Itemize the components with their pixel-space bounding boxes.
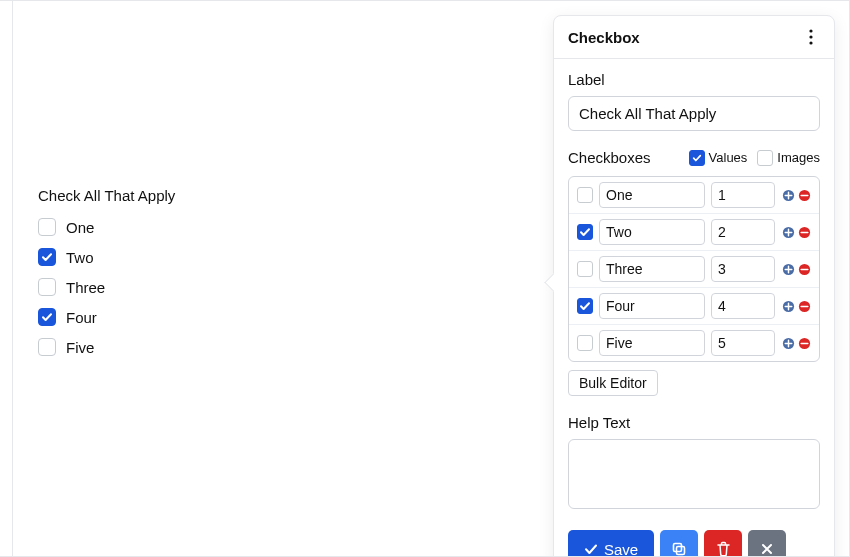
preview-option-label: Two <box>66 249 94 266</box>
minus-circle-icon[interactable] <box>797 299 811 313</box>
minus-circle-icon[interactable] <box>797 188 811 202</box>
label-field-label: Label <box>568 71 820 88</box>
preview-option-label: Five <box>66 339 94 356</box>
row-label-input[interactable] <box>599 219 705 245</box>
svg-rect-13 <box>677 547 685 555</box>
row-label-input[interactable] <box>599 182 705 208</box>
preview-option[interactable]: Five <box>38 338 175 356</box>
check-icon <box>584 542 598 556</box>
preview-option[interactable]: One <box>38 218 175 236</box>
row-default-checkbox[interactable] <box>577 187 593 203</box>
minus-circle-icon[interactable] <box>797 262 811 276</box>
checkbox-row <box>569 177 819 213</box>
row-default-checkbox[interactable] <box>577 261 593 277</box>
duplicate-button[interactable] <box>660 530 698 557</box>
values-checkbox-box <box>689 150 705 166</box>
row-default-checkbox[interactable] <box>577 298 593 314</box>
minus-circle-icon[interactable] <box>797 225 811 239</box>
checkbox-row <box>569 287 819 324</box>
close-button[interactable] <box>748 530 786 557</box>
row-label-input[interactable] <box>599 330 705 356</box>
help-text-input[interactable] <box>568 439 820 509</box>
row-value-input[interactable] <box>711 182 775 208</box>
row-value-input[interactable] <box>711 293 775 319</box>
save-button[interactable]: Save <box>568 530 654 557</box>
svg-point-0 <box>809 29 812 32</box>
checkbox-rows <box>568 176 820 362</box>
copy-icon <box>671 541 687 557</box>
preview-option-checkbox[interactable] <box>38 218 56 236</box>
images-checkbox-box <box>757 150 773 166</box>
kebab-icon[interactable] <box>802 28 820 46</box>
save-button-label: Save <box>604 541 638 558</box>
svg-rect-14 <box>674 544 682 552</box>
preview-options: OneTwoThreeFourFive <box>38 218 175 356</box>
preview-option-label: Three <box>66 279 105 296</box>
preview-option-checkbox[interactable] <box>38 248 56 266</box>
preview-option[interactable]: Two <box>38 248 175 266</box>
preview-option[interactable]: Three <box>38 278 175 296</box>
preview-option-label: Four <box>66 309 97 326</box>
checkbox-row <box>569 250 819 287</box>
row-value-input[interactable] <box>711 330 775 356</box>
label-input[interactable] <box>568 96 820 131</box>
checkboxes-label: Checkboxes <box>568 149 651 166</box>
plus-circle-icon[interactable] <box>781 225 795 239</box>
preview-option-checkbox[interactable] <box>38 308 56 326</box>
values-toggle[interactable]: Values <box>689 150 748 166</box>
images-toggle-label: Images <box>777 150 820 165</box>
plus-circle-icon[interactable] <box>781 262 795 276</box>
checkbox-row <box>569 213 819 250</box>
svg-point-1 <box>809 35 812 38</box>
row-default-checkbox[interactable] <box>577 224 593 240</box>
row-label-input[interactable] <box>599 256 705 282</box>
bulk-editor-button[interactable]: Bulk Editor <box>568 370 658 396</box>
settings-panel: Checkbox Label Checkboxes V <box>553 15 835 557</box>
preview-area: Check All That Apply OneTwoThreeFourFive <box>38 187 175 368</box>
preview-option[interactable]: Four <box>38 308 175 326</box>
plus-circle-icon[interactable] <box>781 299 795 313</box>
preview-option-label: One <box>66 219 94 236</box>
panel-actions: Save <box>568 530 820 557</box>
panel-title: Checkbox <box>568 29 640 46</box>
values-toggle-label: Values <box>709 150 748 165</box>
delete-button[interactable] <box>704 530 742 557</box>
preview-option-checkbox[interactable] <box>38 278 56 296</box>
svg-point-2 <box>809 41 812 44</box>
preview-option-checkbox[interactable] <box>38 338 56 356</box>
panel-header: Checkbox <box>554 16 834 59</box>
trash-icon <box>716 541 731 557</box>
row-value-input[interactable] <box>711 256 775 282</box>
help-text-label: Help Text <box>568 414 820 431</box>
preview-title: Check All That Apply <box>38 187 175 204</box>
plus-circle-icon[interactable] <box>781 188 795 202</box>
checkbox-row <box>569 324 819 361</box>
close-icon <box>760 542 774 556</box>
plus-circle-icon[interactable] <box>781 336 795 350</box>
row-default-checkbox[interactable] <box>577 335 593 351</box>
images-toggle[interactable]: Images <box>757 150 820 166</box>
row-value-input[interactable] <box>711 219 775 245</box>
minus-circle-icon[interactable] <box>797 336 811 350</box>
row-label-input[interactable] <box>599 293 705 319</box>
